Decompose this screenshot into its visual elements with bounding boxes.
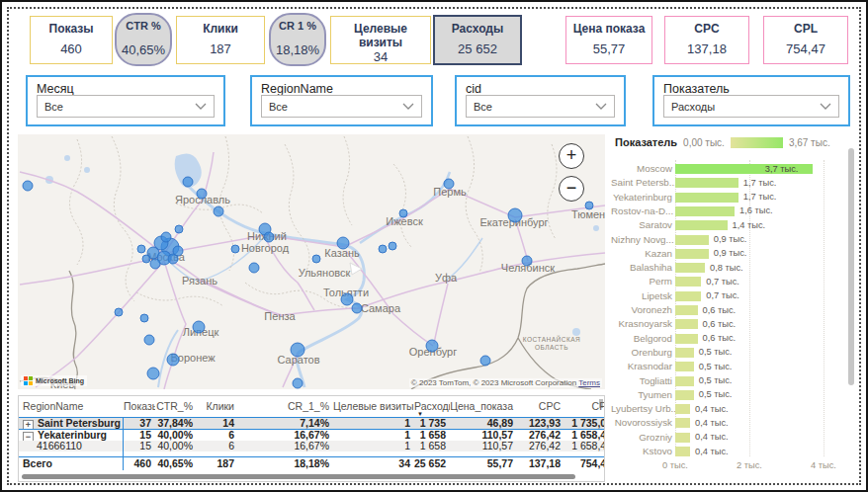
map-bubble[interactable] <box>585 202 593 209</box>
chart-bar-Voronezh[interactable] <box>675 305 698 315</box>
chart-bar-Lyubertsy Urb...[interactable] <box>675 404 690 414</box>
column-header-Расходы[interactable]: Расходы▼ <box>414 396 450 417</box>
chart-bar-Belgorod[interactable] <box>675 334 698 344</box>
filter-dropdown[interactable]: Все <box>37 95 215 118</box>
column-header-Целевые визиты[interactable]: Целевые визиты <box>333 396 414 417</box>
filter-dropdown[interactable]: Все <box>261 95 422 118</box>
collapse-icon[interactable]: − <box>23 432 34 441</box>
value-cell: 6 <box>197 441 238 451</box>
table-horizontal-scrollbar[interactable] <box>22 474 575 479</box>
chart-bar-Krasnoyarsk[interactable] <box>675 319 698 329</box>
map-bubble[interactable] <box>389 242 396 250</box>
value-cell: 40,65% <box>155 457 197 470</box>
map-bubble[interactable] <box>142 255 150 263</box>
chart-bar-Grozniy[interactable] <box>675 433 690 443</box>
column-header-CPL[interactable]: CPL <box>564 396 604 417</box>
expand-icon[interactable]: + <box>23 420 34 429</box>
map-bubble[interactable] <box>150 259 160 269</box>
value-cell: 55,77 <box>450 457 517 470</box>
map-bubble[interactable] <box>352 303 362 313</box>
bar-value: 3,7 тыс. <box>765 164 799 174</box>
filter-value: Все <box>269 101 288 113</box>
column-header-Показы[interactable]: Показы <box>124 396 155 417</box>
chart-vertical-scrollbar[interactable] <box>848 148 854 385</box>
map-label-Уфа: Уфа <box>435 272 458 284</box>
bar-value: 0,5 тыс. <box>699 362 733 371</box>
table-total-row[interactable]: Всего46040,65%18718,18%3425 65255,77137,… <box>19 456 604 470</box>
map-bubble[interactable] <box>23 181 33 191</box>
value-cell: 110,57 <box>450 441 517 451</box>
kpi-card-5: Целевые визиты34 <box>330 16 431 64</box>
table-row-Saint Petersburg[interactable]: +Saint Petersburg3737,84%147,14%11 73546… <box>19 417 604 430</box>
map-zoom-out-button[interactable]: − <box>559 176 584 202</box>
table-row-41666110[interactable]: 416661101540,00%616,67%11 658110,57276,4… <box>19 441 604 451</box>
value-cell: 40,00% <box>155 441 197 451</box>
map-bubble[interactable] <box>341 293 353 305</box>
map-bubble[interactable] <box>522 256 532 266</box>
map-bubble[interactable] <box>426 340 438 352</box>
map-bubble[interactable] <box>183 177 193 187</box>
map[interactable]: ЯрославльНижнийНовгородМоскваКазаньПермь… <box>18 134 605 389</box>
table-row-Yekaterinburg[interactable]: −Yekaterinburg1540,00%616,67%11 658110,5… <box>19 430 604 441</box>
chart-bar-Saint Petersb...[interactable] <box>675 178 738 188</box>
table-row-clipped[interactable]: – –––––––––– <box>19 451 604 456</box>
bing-logo-text: Microsoft Bing <box>36 377 84 384</box>
chart-bar-Kazan[interactable] <box>675 249 709 259</box>
map-bubble[interactable] <box>193 321 205 333</box>
map-bubble[interactable] <box>249 263 259 273</box>
map-bubble[interactable] <box>508 208 522 222</box>
map-bubble[interactable] <box>115 308 123 316</box>
terms-link[interactable]: Terms <box>578 378 600 387</box>
legend-min: 0,00 тыс. <box>683 137 725 148</box>
map-bubble[interactable] <box>231 245 239 253</box>
column-header-CTR_%[interactable]: CTR_% <box>155 396 197 417</box>
chart-bar-Saratov[interactable] <box>675 220 728 230</box>
map-bubble[interactable] <box>264 232 274 242</box>
map-bubble[interactable] <box>399 209 407 217</box>
chart-bar-Novorossiysk[interactable] <box>675 418 690 428</box>
map-bubble[interactable] <box>173 246 183 256</box>
map-bubble[interactable] <box>214 206 223 216</box>
bar-label-Voronezh: Voronezh <box>611 304 672 315</box>
bar-label-Tyumen: Tyumen <box>611 389 672 400</box>
chart-bar-Krasnodar[interactable] <box>675 362 694 371</box>
chart-bar-Tyumen[interactable] <box>675 390 694 400</box>
filter-dropdown[interactable]: Все <box>466 95 615 118</box>
map-bubble[interactable] <box>161 232 171 242</box>
map-bubble[interactable] <box>197 189 207 199</box>
column-header-RegionName[interactable]: RegionName <box>19 396 124 417</box>
region-name-cell: −Yekaterinburg <box>19 430 124 441</box>
chart-bar-Lipetsk[interactable] <box>675 291 701 301</box>
map-area-label: КОСТАНАЙСКАЯ <box>523 335 581 343</box>
bar-label-Krasnodar: Krasnodar <box>611 361 672 371</box>
column-header-CR_1_%[interactable]: CR_1_% <box>238 396 333 417</box>
chart-bar-Nizhny Novg...[interactable] <box>675 235 709 245</box>
chart-bar-Perm[interactable] <box>675 277 701 287</box>
map-bubble[interactable] <box>147 368 159 379</box>
chart-bar-Balashiha[interactable] <box>675 263 705 273</box>
chart-bar-Yekaterinburg[interactable] <box>675 193 738 203</box>
map-bubble[interactable] <box>312 255 320 263</box>
value-cell: 123,93 <box>517 418 564 429</box>
filter-dropdown[interactable]: Расходы <box>663 95 839 118</box>
map-bubble[interactable] <box>167 354 179 366</box>
map-bubble[interactable] <box>337 237 349 249</box>
column-header-CPC[interactable]: CPC <box>517 396 564 417</box>
chart-bar-Kstovo[interactable] <box>675 447 690 456</box>
map-bubble[interactable] <box>480 356 490 366</box>
chart-bar-Togliatti[interactable] <box>675 376 694 386</box>
map-bubble[interactable] <box>140 314 148 322</box>
map-bubble[interactable] <box>379 245 387 253</box>
map-bubble[interactable] <box>137 245 145 253</box>
map-bubble[interactable] <box>293 378 303 388</box>
map-bubble[interactable] <box>144 335 154 345</box>
map-bubble[interactable] <box>291 343 304 357</box>
column-header-Цена_показа[interactable]: Цена_показа <box>450 396 517 417</box>
chart-bar-Rostov-na-D...[interactable] <box>675 206 735 216</box>
column-header-Клики[interactable]: Клики <box>197 396 238 417</box>
chart-bar-Orenburg[interactable] <box>675 348 694 358</box>
map-zoom-in-button[interactable]: + <box>559 143 584 169</box>
map-bubble[interactable] <box>175 225 183 233</box>
map-bubble[interactable] <box>444 179 454 189</box>
bar-value: 1,4 тыс. <box>733 220 766 230</box>
